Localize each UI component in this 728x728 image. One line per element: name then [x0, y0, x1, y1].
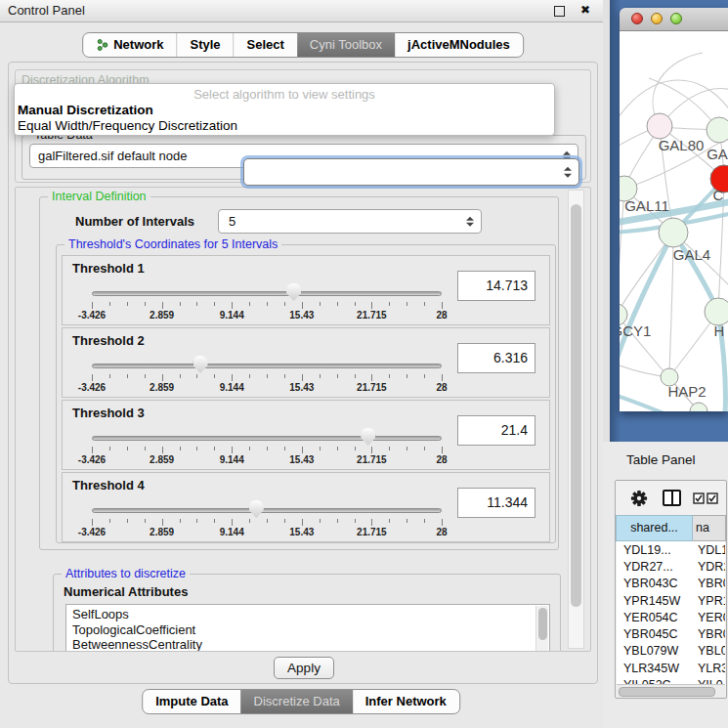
- bottom-tab-infer-network[interactable]: Infer Network: [353, 690, 459, 713]
- algorithm-combo[interactable]: [243, 158, 579, 186]
- tab-select[interactable]: Select: [234, 33, 297, 57]
- table-row[interactable]: YER054CYER0: [617, 609, 725, 625]
- tick-mark: [196, 302, 197, 306]
- network-node-top-right[interactable]: [707, 117, 728, 143]
- tick-mark: [424, 374, 425, 378]
- minimize-traffic-light-icon[interactable]: [651, 13, 663, 24]
- node-label: GAL80: [659, 137, 705, 153]
- tick-mark: [267, 302, 268, 306]
- tick-mark: [249, 374, 250, 378]
- dropdown-placeholder: Select algorithm to view settings: [15, 87, 554, 102]
- bottom-tab-discretize-data[interactable]: Discretize Data: [241, 690, 353, 713]
- attribute-item-betweennesscentrality[interactable]: BetweennessCentrality: [66, 637, 549, 652]
- network-node-h[interactable]: [705, 298, 728, 325]
- tick-label: 9.144: [207, 382, 256, 393]
- list-scrollbar-thumb[interactable]: [538, 608, 547, 640]
- float-window-icon[interactable]: [554, 6, 565, 17]
- cell-name: YDL1: [694, 543, 725, 557]
- table-row[interactable]: YDR27...YDR2: [617, 558, 725, 575]
- tick-label: 21.715: [347, 527, 396, 537]
- tick-mark: [232, 447, 233, 453]
- vertical-scrollbar[interactable]: [568, 190, 584, 649]
- tab-cyni-toolbox[interactable]: Cyni Toolbox: [297, 33, 395, 57]
- close-icon[interactable]: ✖: [580, 3, 590, 17]
- checkbox-icon[interactable]: [707, 492, 718, 504]
- table-row[interactable]: YBR043CYBR0: [617, 576, 725, 592]
- table-row[interactable]: YBR045CYBR0: [617, 625, 725, 642]
- horizontal-scrollbar[interactable]: [617, 684, 725, 698]
- cell-shared-name: YDL19...: [617, 543, 694, 557]
- tick-mark: [180, 374, 181, 378]
- tick-mark: [145, 374, 146, 378]
- column-header-name[interactable]: na: [693, 515, 726, 541]
- table-row[interactable]: YLR345WYLR3: [617, 660, 725, 676]
- slider-track[interactable]: [92, 291, 442, 296]
- table-row[interactable]: YPR145WYPR1: [617, 592, 725, 609]
- attribute-item-selfloops[interactable]: SelfLoops: [66, 607, 549, 622]
- slider-thumb[interactable]: [193, 356, 208, 373]
- slider-track[interactable]: [92, 436, 442, 441]
- tick-mark: [337, 447, 338, 450]
- numerical-attributes-heading: Numerical Attributes: [64, 584, 188, 599]
- tab-network[interactable]: Network: [83, 33, 176, 57]
- bottom-tab-impute-data[interactable]: Impute Data: [143, 690, 240, 713]
- list-scrollbar[interactable]: [535, 606, 548, 652]
- slider-track[interactable]: [92, 364, 442, 368]
- network-window-titlebar[interactable]: [620, 8, 728, 31]
- tab-style[interactable]: Style: [176, 33, 233, 57]
- threshold-value-field[interactable]: 21.4: [457, 415, 535, 446]
- tick-mark: [389, 447, 390, 450]
- column-layout-icon[interactable]: [663, 490, 681, 506]
- tick-mark: [302, 374, 303, 381]
- zoom-traffic-light-icon[interactable]: [670, 13, 682, 24]
- network-node-gal80[interactable]: [647, 113, 672, 139]
- table-row[interactable]: YBL079WYBL0: [617, 643, 725, 660]
- tick-mark: [389, 519, 390, 523]
- column-header-shared-name[interactable]: shared...: [616, 515, 693, 541]
- tick-label: 9.144: [207, 454, 256, 465]
- tick-mark: [92, 447, 93, 453]
- tick-mark: [232, 374, 233, 381]
- cell-shared-name: YDR27...: [617, 560, 694, 574]
- num-intervals-spinner[interactable]: 5: [218, 209, 482, 234]
- tick-mark: [442, 302, 443, 309]
- tick-label: 28: [417, 527, 466, 537]
- horizontal-scrollbar-thumb[interactable]: [619, 687, 715, 697]
- slider-track[interactable]: [92, 508, 442, 513]
- network-canvas[interactable]: GAL80GACGAL11GAL4GCY1HHAP2: [620, 31, 728, 411]
- thresholds-group-title: Threshold's Coordinates for 5 Intervals: [64, 237, 281, 251]
- tick-mark: [214, 302, 215, 306]
- close-traffic-light-icon[interactable]: [631, 13, 643, 24]
- checkbox-icon[interactable]: [693, 492, 705, 504]
- network-edge: [620, 80, 728, 124]
- tick-mark: [127, 447, 128, 450]
- vertical-scrollbar-thumb[interactable]: [571, 204, 581, 607]
- node-label: HAP2: [667, 383, 706, 400]
- tick-label: 2.859: [138, 382, 187, 393]
- tab-jactivemnodules[interactable]: jActiveMNodules: [395, 33, 523, 57]
- gear-icon[interactable]: [630, 490, 648, 507]
- slider-thumb[interactable]: [249, 500, 264, 518]
- tick-mark: [249, 519, 250, 523]
- dropdown-option-manual-discretization[interactable]: Manual Discretization: [18, 103, 153, 117]
- threshold-value-field[interactable]: 6.316: [457, 343, 535, 373]
- cell-shared-name: YBL079W: [617, 644, 694, 658]
- attributes-group: Attributes to discretize Numerical Attri…: [53, 574, 561, 652]
- table-row[interactable]: YDL19...YDL1: [617, 541, 725, 558]
- tick-label: 21.715: [347, 382, 396, 393]
- tick-mark: [267, 374, 268, 378]
- checkbox-icons[interactable]: [693, 492, 718, 504]
- slider-thumb[interactable]: [286, 283, 301, 301]
- network-node-gal4[interactable]: [659, 218, 688, 247]
- threshold-value-field[interactable]: 14.713: [457, 271, 535, 301]
- threshold-row-threshold-1: Threshold 1-3.4262.8599.14415.4321.71528…: [62, 255, 550, 325]
- dropdown-option-equal-width-frequency[interactable]: Equal Width/Frequency Discretization: [18, 118, 237, 133]
- network-window-frame: GAL80GACGAL11GAL4GCY1HHAP2: [610, 0, 728, 442]
- slider-thumb[interactable]: [361, 428, 375, 446]
- interval-group-title: Interval Definition: [48, 190, 150, 203]
- tick-mark: [127, 302, 128, 306]
- threshold-value-field[interactable]: 11.344: [457, 488, 535, 518]
- attribute-item-topologicalcoefficient[interactable]: TopologicalCoefficient: [66, 622, 549, 638]
- apply-button[interactable]: Apply: [274, 657, 334, 679]
- tick-mark: [442, 519, 443, 526]
